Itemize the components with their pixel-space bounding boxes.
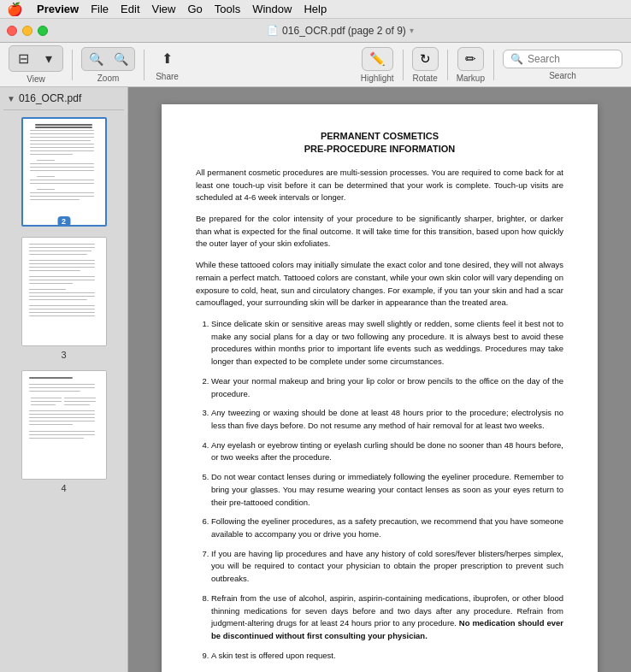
view-options-button[interactable]: ▾ bbox=[37, 48, 61, 69]
file-menu[interactable]: File bbox=[91, 3, 109, 15]
traffic-lights bbox=[7, 26, 48, 36]
list-item: A skin test is offered upon request. bbox=[211, 650, 563, 663]
thumb-img-3 bbox=[21, 237, 107, 346]
page-thumb-3[interactable]: 3 bbox=[0, 230, 127, 363]
zoom-tool-group: 🔍 🔍 Zoom bbox=[81, 47, 135, 83]
list-item: Since delicate skin or sensitive areas m… bbox=[211, 318, 563, 368]
maximize-button[interactable] bbox=[38, 26, 48, 36]
title-bar: 📄 016_OCR.pdf (page 2 of 9) ▾ bbox=[0, 19, 631, 43]
page-label-3: 3 bbox=[61, 350, 66, 360]
doc-para-2: Be prepared for the color intensity of y… bbox=[196, 213, 563, 251]
zoom-label: Zoom bbox=[97, 74, 120, 83]
page-badge-2: 2 bbox=[57, 216, 70, 227]
app-name: Preview bbox=[37, 3, 79, 15]
page-thumb-2[interactable]: 2 bbox=[0, 110, 127, 230]
page-label-4: 4 bbox=[61, 483, 66, 493]
thumb-img-4 bbox=[21, 370, 107, 480]
view-tool-group: ⊟ ▾ View bbox=[9, 45, 63, 84]
share-button[interactable]: ⬆ bbox=[153, 48, 181, 69]
share-label: Share bbox=[156, 72, 179, 81]
toolbar-sep-2 bbox=[144, 50, 144, 80]
markup-tool-group: ✏ Markup bbox=[457, 47, 485, 83]
view-btn-group: ⊟ ▾ bbox=[9, 45, 63, 72]
doc-list: Since delicate skin or sensitive areas m… bbox=[211, 318, 563, 663]
toolbar-sep-1 bbox=[72, 50, 73, 80]
list-item: Any tweezing or waxing should be done at… bbox=[211, 407, 563, 432]
rotate-tool-group: ↻ Rotate bbox=[412, 47, 439, 83]
sidebar-chevron-icon: ▼ bbox=[7, 94, 15, 103]
sidebar-filename: 016_OCR.pdf bbox=[19, 92, 81, 104]
highlight-button[interactable]: ✏️ bbox=[362, 47, 393, 71]
doc-title: PERMANENT COSMETICS PRE-PROCEDURE INFORM… bbox=[196, 130, 563, 156]
share-icon: ⬆ bbox=[162, 50, 173, 67]
help-menu[interactable]: Help bbox=[304, 3, 327, 15]
zoom-out-button[interactable]: 🔍 bbox=[84, 50, 108, 68]
toolbar-sep-3 bbox=[403, 50, 404, 80]
zoom-out-icon: 🔍 bbox=[89, 52, 103, 66]
markup-button[interactable]: ✏ bbox=[457, 47, 484, 71]
highlight-tool-group: ✏️ Highlight bbox=[361, 47, 394, 83]
title-chevron-icon[interactable]: ▾ bbox=[410, 26, 414, 35]
sidebar: ▼ 016_OCR.pdf bbox=[0, 87, 128, 672]
view-options-icon: ▾ bbox=[45, 50, 52, 67]
view-label: View bbox=[27, 74, 45, 84]
share-tool-group: ⬆ Share bbox=[153, 48, 181, 81]
rotate-button[interactable]: ↻ bbox=[412, 47, 439, 71]
window-menu[interactable]: Window bbox=[252, 3, 292, 15]
search-input[interactable] bbox=[528, 53, 615, 65]
menu-bar: 🍎 Preview File Edit View Go Tools Window… bbox=[0, 0, 631, 19]
page-thumb-4[interactable]: 4 bbox=[0, 363, 127, 497]
list-item: Any eyelash or eyebrow tinting or eyelas… bbox=[211, 439, 563, 464]
tools-menu[interactable]: Tools bbox=[215, 3, 240, 15]
markup-label: Markup bbox=[457, 74, 485, 83]
rotate-label: Rotate bbox=[412, 74, 437, 83]
search-label: Search bbox=[549, 71, 576, 80]
zoom-btn-group: 🔍 🔍 bbox=[81, 47, 135, 71]
list-item: Do not wear contact lenses during or imm… bbox=[211, 471, 563, 509]
doc-para-1: All permanent cosmetic procedures are mu… bbox=[196, 167, 563, 204]
rotate-icon: ↻ bbox=[420, 51, 431, 67]
sidebar-header[interactable]: ▼ 016_OCR.pdf bbox=[0, 87, 127, 109]
window-title: 📄 016_OCR.pdf (page 2 of 9) ▾ bbox=[56, 25, 624, 37]
search-box[interactable]: 🔍 bbox=[503, 50, 622, 68]
doc-para-3: While these tattooed colors may initiall… bbox=[196, 259, 563, 309]
apple-menu[interactable]: 🍎 bbox=[7, 2, 23, 17]
minimize-button[interactable] bbox=[22, 26, 32, 36]
zoom-in-icon: 🔍 bbox=[114, 52, 128, 66]
list-item: If you are having lip procedures and hav… bbox=[211, 548, 563, 586]
markup-icon: ✏ bbox=[465, 51, 476, 67]
thumb-img-2: 2 bbox=[21, 117, 107, 227]
doc-icon: 📄 bbox=[267, 25, 279, 36]
search-tool-group: 🔍 Search bbox=[503, 50, 622, 80]
toolbar-sep-4 bbox=[447, 50, 448, 80]
main-content: ▼ 016_OCR.pdf bbox=[0, 87, 631, 672]
toolbar-sep-5 bbox=[493, 50, 494, 80]
list-item: Wear your normal makeup and bring your l… bbox=[211, 375, 563, 400]
view-menu[interactable]: View bbox=[152, 3, 176, 15]
zoom-in-button[interactable]: 🔍 bbox=[109, 50, 133, 68]
view-sidebar-button[interactable]: ⊟ bbox=[11, 48, 35, 69]
sidebar-icon: ⊟ bbox=[18, 50, 29, 67]
close-button[interactable] bbox=[7, 26, 17, 36]
search-icon: 🔍 bbox=[510, 53, 523, 65]
document-page: PERMANENT COSMETICS PRE-PROCEDURE INFORM… bbox=[162, 104, 598, 672]
list-item: Following the eyeliner procedures, as a … bbox=[211, 516, 563, 540]
list-item-8: Refrain from the use of alcohol, aspirin… bbox=[211, 592, 563, 643]
highlight-label: Highlight bbox=[361, 74, 394, 83]
toolbar: ⊟ ▾ View 🔍 🔍 Zoom ⬆ Share ✏️ bbox=[0, 43, 631, 87]
title-text: 016_OCR.pdf (page 2 of 9) bbox=[282, 25, 406, 37]
edit-menu[interactable]: Edit bbox=[121, 3, 139, 15]
go-menu[interactable]: Go bbox=[187, 3, 202, 15]
highlight-icon: ✏️ bbox=[369, 51, 386, 67]
bold-warning: No medication should ever be discontinue… bbox=[211, 618, 563, 640]
document-area[interactable]: PERMANENT COSMETICS PRE-PROCEDURE INFORM… bbox=[128, 87, 631, 672]
